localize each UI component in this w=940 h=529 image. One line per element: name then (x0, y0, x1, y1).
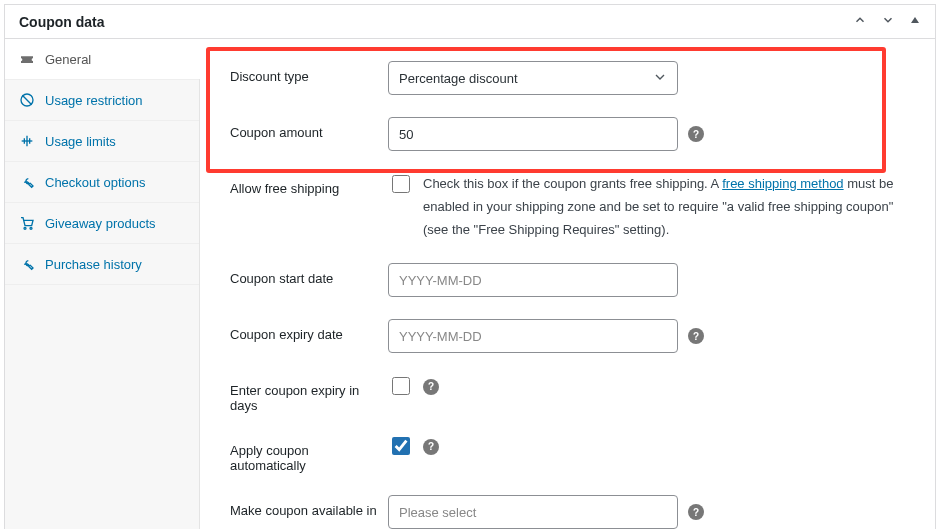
help-icon[interactable]: ? (688, 328, 704, 344)
sidebar-item-label: Purchase history (45, 257, 185, 272)
help-icon[interactable]: ? (423, 439, 439, 455)
svg-line-2 (22, 95, 31, 104)
field-label: Coupon amount (230, 117, 388, 140)
help-icon[interactable]: ? (688, 126, 704, 142)
field-row-available-in: Make coupon available in ? (230, 495, 905, 529)
field-row-coupon-amount: Coupon amount ? (230, 117, 905, 151)
field-row-apply-auto: Apply coupon automatically ? (230, 435, 905, 473)
field-label: Allow free shipping (230, 173, 388, 196)
free-shipping-method-link[interactable]: free shipping method (722, 176, 843, 191)
content-area: Discount type Percentage discount Coupon… (200, 39, 935, 529)
field-label: Coupon start date (230, 263, 388, 286)
svg-marker-0 (911, 17, 919, 23)
field-row-discount-type: Discount type Percentage discount (230, 61, 905, 95)
sidebar-item-usage-limits[interactable]: Usage limits (5, 121, 199, 162)
expiry-in-days-checkbox[interactable] (392, 377, 410, 395)
ticket-icon (19, 51, 35, 67)
sidebar-item-label: Usage limits (45, 134, 185, 149)
field-label: Coupon expiry date (230, 319, 388, 342)
cart-icon (19, 215, 35, 231)
ban-icon (19, 92, 35, 108)
sidebar-item-usage-restriction[interactable]: Usage restriction (5, 80, 199, 121)
sliders-icon (19, 133, 35, 149)
coupon-expiry-date-input[interactable] (388, 319, 678, 353)
coupon-amount-input[interactable] (388, 117, 678, 151)
field-row-expiry-date: Coupon expiry date ? (230, 319, 905, 353)
wrench-icon (19, 256, 35, 272)
sidebar: General Usage restriction Usage limits C… (5, 39, 200, 529)
help-icon[interactable]: ? (423, 379, 439, 395)
panel-move-up-button[interactable] (853, 13, 867, 30)
allow-free-shipping-desc: Check this box if the coupon grants free… (423, 173, 905, 241)
panel-header: Coupon data (5, 5, 935, 39)
wrench-icon (19, 174, 35, 190)
field-label: Enter coupon expiry in days (230, 375, 388, 413)
sidebar-item-general[interactable]: General (5, 39, 199, 80)
sidebar-item-label: Usage restriction (45, 93, 185, 108)
help-icon[interactable]: ? (688, 504, 704, 520)
sidebar-item-checkout-options[interactable]: Checkout options (5, 162, 199, 203)
available-in-input[interactable] (388, 495, 678, 529)
panel-move-down-button[interactable] (881, 13, 895, 30)
panel-toggle-button[interactable] (909, 14, 921, 29)
allow-free-shipping-checkbox[interactable] (392, 175, 410, 193)
sidebar-item-label: Checkout options (45, 175, 185, 190)
sidebar-item-giveaway-products[interactable]: Giveaway products (5, 203, 199, 244)
field-label: Discount type (230, 61, 388, 84)
sidebar-item-label: General (45, 52, 185, 67)
svg-point-8 (30, 227, 32, 229)
sidebar-item-label: Giveaway products (45, 216, 185, 231)
sidebar-item-purchase-history[interactable]: Purchase history (5, 244, 199, 285)
coupon-start-date-input[interactable] (388, 263, 678, 297)
field-row-start-date: Coupon start date (230, 263, 905, 297)
svg-point-7 (24, 227, 26, 229)
field-label: Make coupon available in (230, 495, 388, 518)
field-label: Apply coupon automatically (230, 435, 388, 473)
panel-title: Coupon data (19, 14, 105, 30)
field-row-allow-free-shipping: Allow free shipping Check this box if th… (230, 173, 905, 241)
discount-type-select[interactable]: Percentage discount (388, 61, 678, 95)
field-row-expiry-in-days: Enter coupon expiry in days ? (230, 375, 905, 413)
apply-auto-checkbox[interactable] (392, 437, 410, 455)
